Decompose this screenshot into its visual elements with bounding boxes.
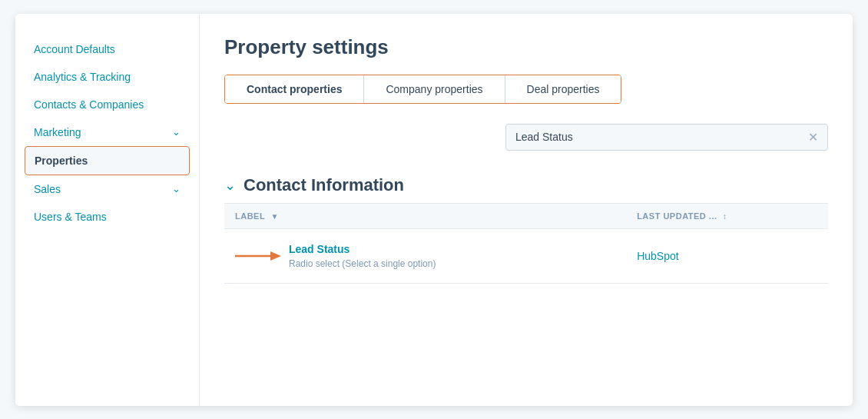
properties-table: LABEL ▼ LAST UPDATED ... ↕ xyxy=(224,203,828,284)
last-updated-cell: HubSpot xyxy=(626,228,828,283)
column-label: LABEL ▼ xyxy=(224,203,626,228)
label-cell: Lead Status Radio select (Select a singl… xyxy=(224,228,626,283)
lead-status-link[interactable]: Lead Status xyxy=(289,243,436,255)
arrow-icon xyxy=(235,248,281,264)
tab-contact-properties[interactable]: Contact properties xyxy=(225,75,364,103)
svg-marker-1 xyxy=(270,251,281,261)
search-bar[interactable]: ✕ xyxy=(505,124,828,151)
table-header: LABEL ▼ LAST UPDATED ... ↕ xyxy=(224,203,828,228)
hubspot-link[interactable]: HubSpot xyxy=(637,250,678,262)
sort-icon[interactable]: ↕ xyxy=(723,212,727,221)
label-content: Lead Status Radio select (Select a singl… xyxy=(289,243,436,269)
table-row: Lead Status Radio select (Select a singl… xyxy=(224,228,828,283)
section-header: ⌄ Contact Information xyxy=(224,175,828,195)
tab-deal-properties[interactable]: Deal properties xyxy=(505,75,621,103)
sidebar-item-contacts-companies[interactable]: Contacts & Companies xyxy=(15,91,199,118)
chevron-down-icon: ⌄ xyxy=(172,126,181,138)
arrow-container: Lead Status Radio select (Select a singl… xyxy=(235,243,615,269)
top-controls: Contact properties Company properties De… xyxy=(224,75,828,118)
main-content: Property settings Contact properties Com… xyxy=(200,14,853,406)
sidebar: Account Defaults Analytics & Tracking Co… xyxy=(15,14,200,406)
tab-company-properties[interactable]: Company properties xyxy=(364,75,505,103)
field-type: Radio select (Select a single option) xyxy=(289,258,436,269)
tabs-wrapper: Contact properties Company properties De… xyxy=(224,75,828,118)
sidebar-item-sales[interactable]: Sales ⌄ xyxy=(15,175,199,203)
chevron-down-icon: ⌄ xyxy=(172,183,181,195)
sidebar-item-users-teams[interactable]: Users & Teams xyxy=(15,203,199,231)
table-body: Lead Status Radio select (Select a singl… xyxy=(224,228,828,283)
section-title: Contact Information xyxy=(244,175,404,195)
sidebar-item-properties[interactable]: Properties xyxy=(25,146,190,175)
close-icon[interactable]: ✕ xyxy=(808,130,818,145)
property-tabs: Contact properties Company properties De… xyxy=(224,75,621,104)
search-input[interactable] xyxy=(515,131,802,143)
sort-icon[interactable]: ▼ xyxy=(271,212,279,221)
column-last-updated: LAST UPDATED ... ↕ xyxy=(626,203,828,228)
sidebar-item-marketing[interactable]: Marketing ⌄ xyxy=(15,118,199,146)
sidebar-item-account-defaults[interactable]: Account Defaults xyxy=(15,35,199,63)
app-window: Account Defaults Analytics & Tracking Co… xyxy=(15,14,853,406)
sidebar-item-analytics-tracking[interactable]: Analytics & Tracking xyxy=(15,63,199,91)
section-collapse-icon[interactable]: ⌄ xyxy=(224,177,236,194)
page-title: Property settings xyxy=(224,35,828,59)
